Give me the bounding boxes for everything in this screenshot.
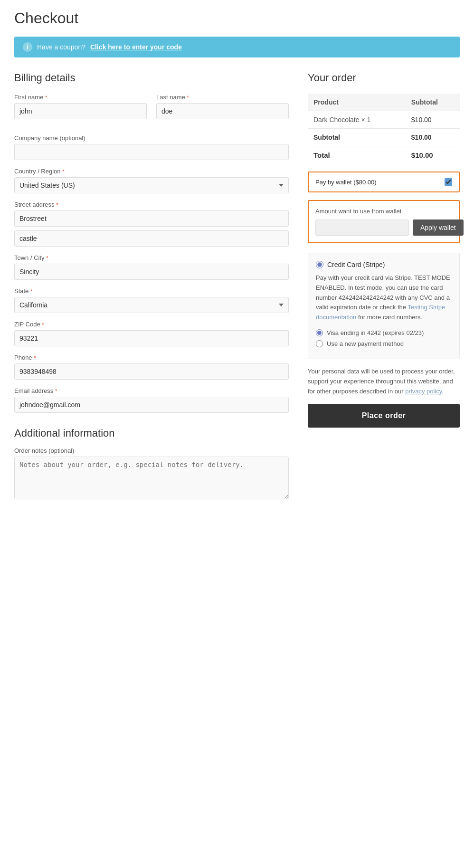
name-row: First name * Last name * [14,94,289,127]
email-group: Email address * [14,387,289,413]
billing-section: Billing details First name * Last name *… [14,72,289,507]
last-name-input[interactable] [156,103,289,119]
order-table: Product Subtotal Dark Chocolate × 1 $10.… [308,94,460,164]
subtotal-value: $10.00 [406,129,460,146]
last-name-group: Last name * [156,94,289,119]
new-payment-option: Use a new payment method [316,340,452,347]
street-label: Street address * [14,201,289,208]
new-payment-radio[interactable] [316,340,323,347]
total-label: Total [308,146,406,164]
pay-by-wallet-box: Pay by wallet ($80.00) [308,172,460,192]
product-name: Dark Chocolate × 1 [308,111,406,129]
email-label: Email address * [14,387,289,394]
privacy-text: Your personal data will be used to proce… [308,367,460,396]
email-input[interactable] [14,397,289,413]
city-label: Town / City * [14,254,289,261]
wallet-amount-box: Amount want to use from wallet Apply wal… [308,200,460,243]
notes-textarea[interactable] [14,457,289,499]
order-section: Your order Product Subtotal Dark Chocola… [308,72,460,428]
country-group: Country / Region * United States (US) [14,168,289,193]
payment-section: Credit Card (Stripe) Pay with your credi… [308,253,460,359]
first-name-label: First name * [14,94,147,101]
subtotal-col-header: Subtotal [406,94,460,111]
wallet-amount-label: Amount want to use from wallet [315,208,452,215]
info-icon: i [23,42,32,52]
credit-card-radio[interactable] [316,261,323,268]
notes-label: Order notes (optional) [14,447,289,454]
state-label: State * [14,287,289,295]
privacy-policy-link[interactable]: privacy policy [405,388,442,395]
place-order-button[interactable]: Place order [308,404,460,428]
phone-input[interactable] [14,363,289,380]
first-name-group: First name * [14,94,147,119]
coupon-link[interactable]: Click here to enter your code [90,43,182,51]
zip-label: ZIP Code * [14,321,289,328]
state-group: State * California [14,287,289,313]
city-group: Town / City * [14,254,289,280]
coupon-banner: i Have a coupon? Click here to enter you… [14,37,460,57]
subtotal-row: Subtotal $10.00 [308,129,460,146]
saved-card-radio[interactable] [316,329,323,336]
credit-card-option: Credit Card (Stripe) [316,261,452,268]
page-title: Checkout [14,10,460,27]
wallet-pay-label: Pay by wallet ($80.00) [315,179,440,186]
street-input[interactable] [14,210,289,227]
country-select[interactable]: United States (US) [14,177,289,193]
company-input[interactable] [14,144,289,160]
credit-card-label: Credit Card (Stripe) [327,261,385,268]
wallet-pay-checkbox[interactable] [445,178,452,186]
country-label: Country / Region * [14,168,289,175]
additional-title: Additional information [14,427,289,439]
street-group: Street address * [14,201,289,247]
phone-label: Phone * [14,354,289,361]
wallet-amount-input[interactable] [315,219,409,236]
order-title: Your order [308,72,460,84]
apply-wallet-button[interactable]: Apply wallet [413,219,464,236]
last-name-label: Last name * [156,94,289,101]
product-row: Dark Chocolate × 1 $10.00 [308,111,460,129]
subtotal-label: Subtotal [308,129,406,146]
company-label: Company name (optional) [14,134,289,142]
saved-card-option: Visa ending in 4242 (expires 02/23) [316,329,452,336]
zip-group: ZIP Code * [14,321,289,346]
coupon-text: Have a coupon? [37,43,85,51]
billing-title: Billing details [14,72,289,84]
street2-input[interactable] [14,230,289,247]
wallet-amount-row: Apply wallet [315,219,452,236]
total-value: $10.00 [406,146,460,164]
notes-group: Order notes (optional) [14,447,289,499]
zip-input[interactable] [14,330,289,346]
company-group: Company name (optional) [14,134,289,160]
city-input[interactable] [14,264,289,280]
saved-card-label: Visa ending in 4242 (expires 02/23) [327,329,424,336]
state-select[interactable]: California [14,297,289,313]
product-price: $10.00 [406,111,460,129]
payment-description: Pay with your credit card via Stripe. TE… [316,273,452,323]
product-col-header: Product [308,94,406,111]
new-payment-label: Use a new payment method [327,340,404,347]
first-name-input[interactable] [14,103,147,119]
phone-group: Phone * [14,354,289,380]
total-row: Total $10.00 [308,146,460,164]
